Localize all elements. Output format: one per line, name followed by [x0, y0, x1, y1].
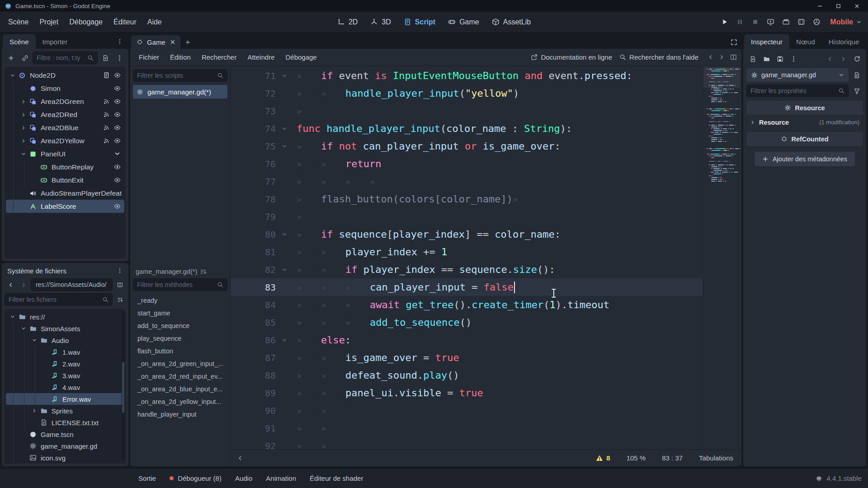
code-line-79[interactable]: 79» — [231, 208, 703, 225]
workspace-tab-assetlib[interactable]: AssetLib — [486, 15, 536, 29]
scene-dock-tab-importer[interactable]: Importer — [36, 34, 75, 49]
fold-toggle[interactable] — [281, 143, 297, 150]
visibility-toggle[interactable] — [112, 137, 123, 144]
code-minimap[interactable] — [703, 67, 740, 449]
save-resource-button[interactable] — [774, 52, 786, 65]
scene-node-node2d[interactable]: Node2D — [6, 69, 124, 82]
renderer-select[interactable]: Mobile — [830, 18, 862, 26]
fs-sort-button[interactable] — [114, 294, 126, 305]
bottom-tab-debogueur-8[interactable]: Débogueur (8) — [163, 471, 228, 486]
code-line-85[interactable]: 85»»»add_to_sequence() — [231, 314, 703, 331]
scene-dock-menu-button[interactable] — [117, 34, 127, 49]
file-item-license-txt-txt[interactable]: LICENSE.txt.txt — [6, 417, 124, 428]
file-item-icon-svg[interactable]: icon.svg — [6, 452, 124, 464]
scene-node-area2dyellow[interactable]: Area2DYellow — [6, 134, 124, 147]
close-button[interactable] — [854, 3, 860, 9]
play-button[interactable] — [717, 15, 731, 29]
bottom-tab-sortie[interactable]: Sortie — [132, 471, 162, 486]
code-line-73[interactable]: 73» — [231, 102, 703, 120]
code-line-71[interactable]: 71»if event is InputEventMouseButton and… — [231, 67, 703, 84]
attached-script-button[interactable] — [101, 72, 112, 79]
scene-tab-game[interactable]: Game — [131, 35, 180, 49]
signal-indicator[interactable] — [101, 124, 112, 131]
movie-maker-button[interactable] — [809, 15, 824, 29]
scripts-panel-toggle[interactable] — [237, 455, 243, 461]
expander-open[interactable] — [19, 326, 28, 331]
file-item-audio[interactable]: Audio — [6, 334, 124, 346]
file-item-game-manager-gd[interactable]: game_manager.gd — [6, 440, 124, 452]
fs-scrollbar[interactable] — [122, 311, 125, 461]
expander-open[interactable] — [19, 151, 28, 157]
pause-button[interactable] — [732, 15, 747, 29]
visibility-toggle[interactable] — [112, 203, 123, 210]
script-menu-rechercher[interactable]: Rechercher — [197, 51, 242, 64]
history-forward-button[interactable] — [837, 52, 849, 65]
filter-options-button[interactable] — [850, 84, 863, 97]
signal-indicator[interactable] — [101, 111, 112, 118]
sort-methods-button[interactable] — [200, 268, 207, 275]
file-item-4-wav[interactable]: 4.wav — [6, 381, 124, 393]
scene-dock-tab-scene[interactable]: Scène — [3, 34, 36, 49]
code-line-84[interactable]: 84»»»await get_tree().create_timer(1).ti… — [231, 296, 703, 314]
toggle-panel-button[interactable] — [730, 54, 737, 61]
menu-projet[interactable]: Projet — [34, 14, 64, 30]
play-current-scene-button[interactable] — [778, 15, 793, 29]
code-line-92[interactable]: 92»» — [231, 437, 703, 449]
expander-closed[interactable] — [19, 138, 28, 144]
workspace-tab-2d[interactable]: 2D — [332, 15, 363, 29]
method-play-sequence[interactable]: play_sequence — [133, 332, 227, 345]
bottom-tab-animation[interactable]: Animation — [259, 471, 302, 486]
scene-options-button[interactable] — [113, 52, 126, 64]
add-node-button[interactable] — [5, 52, 17, 64]
visibility-toggle[interactable] — [112, 85, 123, 92]
filter-methods-input[interactable] — [137, 281, 214, 288]
scene-filter-input[interactable] — [37, 54, 85, 61]
scene-node-buttonreplay[interactable]: ButtonReplay — [6, 160, 124, 174]
code-line-80[interactable]: 80»if sequence[player_index] == color_na… — [231, 225, 703, 243]
code-line-77[interactable]: 77»»»» — [231, 173, 703, 190]
script-menu-edition[interactable]: Édition — [165, 51, 196, 64]
resource-options-button[interactable] — [787, 52, 800, 65]
scene-node-simon[interactable]: Simon — [6, 82, 124, 95]
maximize-button[interactable] — [835, 3, 841, 9]
method-flash-button[interactable]: flash_button — [133, 345, 227, 357]
menu-aide[interactable]: Aide — [142, 14, 167, 30]
attach-script-button[interactable] — [99, 52, 112, 64]
code-line-75[interactable]: 75»if not can_player_input or is_game_ov… — [231, 137, 703, 155]
link-rechercher-dans-l-aide[interactable]: Rechercher dans l'aide — [619, 53, 698, 61]
signal-indicator[interactable] — [101, 137, 112, 144]
inspector-dock-tab-historique[interactable]: Historique — [822, 34, 866, 49]
warnings-badge[interactable]: 8 — [596, 454, 610, 462]
visibility-toggle[interactable] — [112, 164, 123, 170]
fs-forward-button[interactable] — [18, 279, 29, 291]
edit-resource-button[interactable] — [850, 69, 863, 81]
fold-toggle[interactable] — [281, 126, 297, 132]
script-menu-fichier[interactable]: Fichier — [134, 51, 164, 64]
history-list-button[interactable] — [850, 52, 863, 65]
minimize-button[interactable] — [817, 3, 823, 9]
bottom-tab-audio[interactable]: Audio — [229, 471, 259, 486]
code-line-72[interactable]: 72»»handle_player_input("yellow") — [231, 84, 703, 102]
menu-scene[interactable]: Scène — [3, 14, 34, 30]
load-resource-button[interactable] — [760, 52, 773, 65]
expander-open[interactable] — [8, 73, 18, 78]
inspector-dock-tab-n-ud[interactable]: Nœud — [789, 34, 822, 49]
method-handle-player-input[interactable]: handle_player_input — [133, 408, 227, 421]
fs-filter-input[interactable] — [9, 296, 99, 303]
zoom-level[interactable]: 105 % — [627, 454, 646, 462]
expander-closed[interactable] — [19, 112, 28, 117]
method-on-area-2d-blue-input-e[interactable]: _on_area_2d_blue_input_e... — [133, 383, 227, 395]
inspector-dock-tab-inspecteur[interactable]: Inspecteur — [744, 34, 789, 49]
file-item-game-tscn[interactable]: Game.tscn — [6, 428, 124, 440]
visibility-toggle[interactable] — [112, 111, 123, 118]
add-metadata-button[interactable]: Ajouter des métadonnées — [755, 152, 855, 166]
new-scene-tab-button[interactable] — [181, 35, 195, 49]
file-item-3-wav[interactable]: 3.wav — [6, 370, 124, 381]
new-resource-button[interactable] — [746, 52, 759, 65]
stop-button[interactable] — [748, 15, 762, 29]
method-on-area-2d-red-input-ev[interactable]: _on_area_2d_red_input_ev... — [133, 370, 227, 383]
scene-node-area2dblue[interactable]: Area2DBlue — [6, 121, 124, 134]
file-item-res[interactable]: res:// — [6, 311, 124, 323]
collapse-toggle[interactable] — [112, 150, 123, 157]
bottom-tab-editeur-de-shader[interactable]: Éditeur de shader — [303, 471, 369, 486]
